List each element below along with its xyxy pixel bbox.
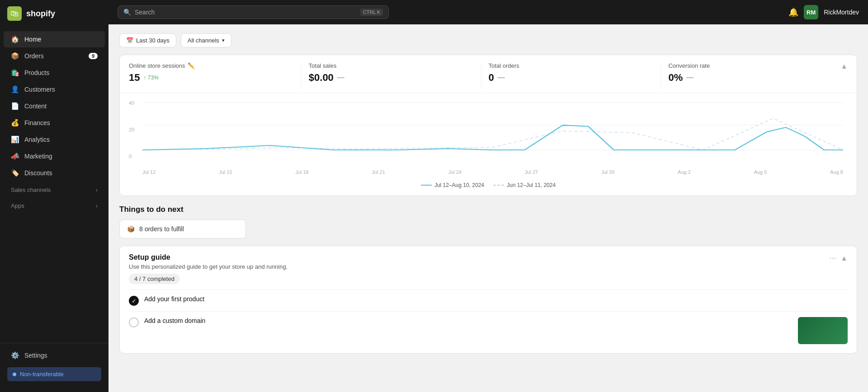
date-filter-label: Last 30 days: [136, 37, 170, 44]
chevron-right-icon: ›: [96, 203, 98, 209]
customers-icon: 👤: [11, 85, 19, 93]
setup-item-add-product[interactable]: ✓ Add your first product: [129, 289, 848, 311]
sidebar-item-content[interactable]: 📄 Content: [4, 98, 105, 114]
chart-legend: Jul 12–Aug 10, 2024 Jun 12–Jul 11, 2024: [129, 178, 848, 196]
edit-icon[interactable]: ✏️: [188, 62, 195, 69]
sidebar-item-customers[interactable]: 👤 Customers: [4, 81, 105, 98]
x-label-aug2: Aug 2: [678, 169, 691, 175]
collapse-icon[interactable]: ▲: [840, 62, 848, 89]
x-label-jul15: Jul 15: [219, 169, 232, 175]
sidebar-item-marketing[interactable]: 📣 Marketing: [4, 148, 105, 164]
x-label-jul27: Jul 27: [525, 169, 538, 175]
legend-current-label: Jul 12–Aug 10, 2024: [434, 182, 484, 188]
legend-previous-label: Jun 12–Jul 11, 2024: [507, 182, 556, 188]
setup-item-add-product-label: Add your first product: [144, 295, 848, 303]
conversion-metric: Conversion rate 0% —: [660, 62, 840, 89]
sidebar-header: 🛍 shopify: [0, 0, 108, 27]
sidebar-item-orders[interactable]: 📦 Orders 9: [4, 48, 105, 64]
sessions-change: ↑ 73%: [143, 75, 158, 81]
sidebar-item-finances[interactable]: 💰 Finances: [4, 115, 105, 131]
channel-filter-button[interactable]: All channels ▾: [181, 33, 231, 47]
progress-badge: 4 / 7 completed: [129, 274, 180, 284]
setup-item-custom-domain-content: Add a custom domain: [144, 317, 793, 324]
shopify-logo-icon: 🛍: [7, 6, 22, 21]
collapse-setup-icon[interactable]: ▲: [840, 254, 848, 262]
sidebar-item-label: Home: [24, 36, 41, 43]
search-icon: 🔍: [123, 9, 131, 16]
analytics-icon: 📊: [11, 135, 19, 144]
conversion-value: 0% —: [668, 72, 833, 84]
sidebar-item-products[interactable]: 🛍️ Products: [4, 65, 105, 81]
check-circle-empty-icon: [129, 317, 139, 327]
sidebar-item-analytics[interactable]: 📊 Analytics: [4, 131, 105, 148]
y-label-0: 0: [129, 154, 134, 159]
settings-icon: ⚙️: [11, 351, 19, 359]
more-options-icon[interactable]: ···: [829, 253, 836, 263]
orders-icon: 📦: [11, 52, 19, 60]
filters-row: 📅 Last 30 days All channels ▾: [119, 33, 857, 47]
sessions-metric: Online store sessions ✏️ 15 ↑ 73%: [129, 62, 301, 89]
discounts-icon: 🏷️: [11, 169, 19, 177]
chart-x-labels: Jul 12 Jul 15 Jul 18 Jul 21 Jul 24 Jul 2…: [142, 168, 843, 178]
sidebar-item-label: Analytics: [24, 136, 50, 143]
sidebar-item-label: Discounts: [24, 169, 52, 177]
marketing-icon: 📣: [11, 152, 19, 160]
settings-label: Settings: [24, 352, 47, 359]
date-filter-button[interactable]: 📅 Last 30 days: [119, 33, 176, 47]
orders-badge: 9: [89, 53, 98, 59]
home-icon: 🏠: [11, 35, 19, 43]
x-label-aug8: Aug 8: [830, 169, 843, 175]
sales-label: Total sales: [309, 62, 474, 69]
non-transferable-label: Non-transferable: [20, 371, 64, 378]
fulfill-label: 8 orders to fulfill: [139, 225, 184, 233]
fulfill-orders-button[interactable]: 📦 8 orders to fulfill: [119, 219, 246, 238]
chart-area: 40 20 0: [120, 93, 857, 196]
non-transferable-badge: Non-transferable: [7, 367, 101, 381]
x-label-jul30: Jul 30: [601, 169, 614, 175]
apps-section[interactable]: Apps ›: [4, 199, 105, 213]
orders-label: Total orders: [489, 62, 654, 69]
legend-current: Jul 12–Aug 10, 2024: [421, 182, 484, 188]
setup-item-image: [798, 317, 848, 344]
x-label-jul21: Jul 21: [372, 169, 385, 175]
sessions-value: 15 ↑ 73%: [129, 72, 294, 84]
sales-value: $0.00 —: [309, 72, 474, 84]
topbar-right: 🔔 RM RickMortdev: [788, 5, 859, 19]
x-label-aug5: Aug 5: [754, 169, 767, 175]
sidebar-item-label: Customers: [24, 86, 55, 93]
notification-bell-icon[interactable]: 🔔: [788, 7, 798, 17]
sidebar-item-discounts[interactable]: 🏷️ Discounts: [4, 165, 105, 181]
setup-guide-card: Setup guide Use this personalized guide …: [119, 246, 857, 354]
sessions-label: Online store sessions ✏️: [129, 62, 294, 69]
conversion-label: Conversion rate: [668, 62, 833, 69]
sidebar-nav: 🏠 Home 📦 Orders 9 🛍️ Products 👤 Customer…: [0, 27, 108, 343]
sidebar-item-settings[interactable]: ⚙️ Settings: [4, 347, 105, 364]
sidebar-item-home[interactable]: 🏠 Home: [4, 31, 105, 47]
chart-svg: [142, 100, 843, 168]
content-area: 📅 Last 30 days All channels ▾ Online sto…: [108, 24, 868, 392]
sales-channels-section[interactable]: Sales channels ›: [4, 183, 105, 197]
x-label-jul24: Jul 24: [448, 169, 462, 175]
user-avatar[interactable]: RM: [804, 5, 818, 19]
x-label-jul12: Jul 12: [142, 169, 156, 175]
y-label-40: 40: [129, 100, 134, 106]
sidebar-item-label: Finances: [24, 119, 50, 126]
setup-item-custom-domain[interactable]: Add a custom domain: [129, 311, 848, 350]
sidebar-bottom: ⚙️ Settings Non-transferable: [0, 343, 108, 392]
channel-filter-label: All channels: [188, 37, 219, 44]
non-transferable-dot: [13, 373, 16, 376]
analytics-header: Online store sessions ✏️ 15 ↑ 73% Total …: [120, 55, 857, 93]
chevron-right-icon: ›: [96, 187, 98, 193]
sales-channels-label: Sales channels: [11, 187, 51, 193]
calendar-icon: 📅: [126, 37, 133, 44]
setup-guide-title: Setup guide: [129, 253, 288, 261]
search-bar[interactable]: 🔍 Search CTRL K: [118, 5, 389, 19]
user-name[interactable]: RickMortdev: [824, 9, 859, 16]
shortcut-ctrl: CTRL: [363, 9, 376, 15]
check-circle-filled-icon: ✓: [129, 296, 139, 306]
orders-icon: 📦: [127, 225, 135, 233]
setup-guide-text: Setup guide Use this personalized guide …: [129, 253, 288, 270]
orders-metric: Total orders 0 —: [481, 62, 661, 89]
search-placeholder: Search: [135, 9, 155, 16]
setup-guide-description: Use this personalized guide to get your …: [129, 263, 288, 270]
